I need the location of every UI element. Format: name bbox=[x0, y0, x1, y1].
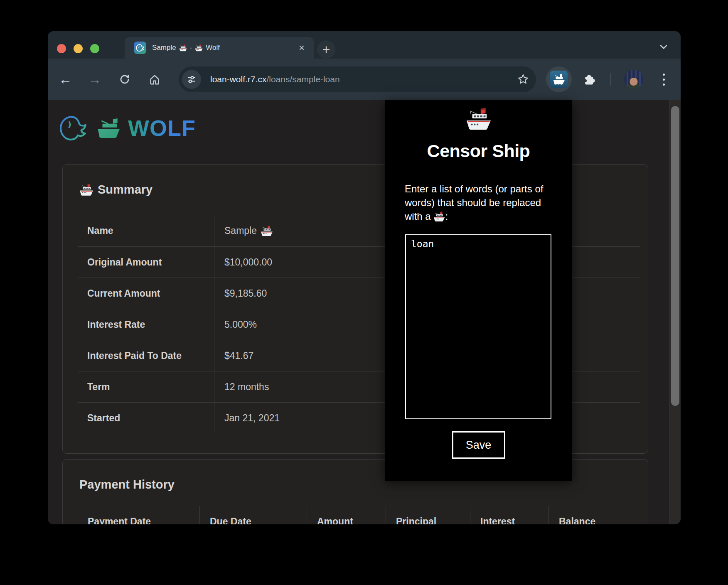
ship-icon bbox=[261, 226, 273, 236]
payment-history-title: Payment History bbox=[79, 478, 175, 492]
ship-icon bbox=[195, 44, 203, 52]
profile-avatar[interactable] bbox=[624, 70, 643, 89]
site-settings-button[interactable] bbox=[182, 70, 201, 89]
row-value: Jan 21, 2021 bbox=[214, 413, 280, 424]
screenshot-canvas: Sample - Wolf × + ← → bbox=[0, 0, 728, 585]
bookmark-star-icon[interactable] bbox=[517, 73, 529, 86]
row-label: Original Amount bbox=[78, 247, 214, 278]
url-bar[interactable]: loan-wolf.r7.cx/loans/sample-loan bbox=[179, 66, 536, 92]
column-header: Due Date bbox=[199, 506, 307, 524]
censor-words-textarea[interactable]: loan bbox=[405, 234, 551, 419]
row-label: Interest Rate bbox=[78, 309, 214, 340]
row-value: $9,185.60 bbox=[214, 288, 267, 299]
new-tab-button[interactable]: + bbox=[317, 40, 335, 59]
tab-title-separator: - bbox=[190, 44, 192, 52]
url-path: /loans/sample-loan bbox=[266, 74, 339, 84]
row-label: Interest Paid To Date bbox=[78, 340, 214, 371]
url-text[interactable]: loan-wolf.r7.cx/loans/sample-loan bbox=[210, 74, 340, 84]
column-header: Payment Date bbox=[78, 506, 199, 524]
ship-icon bbox=[466, 108, 492, 131]
tab-strip: Sample - Wolf × + bbox=[48, 31, 681, 59]
page-scrollbar bbox=[669, 100, 681, 524]
row-value: Sample bbox=[214, 225, 273, 236]
home-button[interactable] bbox=[148, 73, 161, 86]
censor-ship-popup: Censor Ship Enter a list of words (or pa… bbox=[385, 100, 572, 481]
macos-close-button[interactable] bbox=[57, 44, 66, 53]
brand-title: WOLF bbox=[128, 115, 196, 141]
ship-logo-icon bbox=[96, 118, 121, 139]
column-header: Principal bbox=[386, 506, 470, 524]
summary-title: Summary bbox=[79, 183, 152, 197]
censor-ship-extension-button[interactable] bbox=[550, 71, 568, 88]
ship-extension-icon bbox=[553, 74, 565, 85]
popup-description-text: Enter a list of words (or parts of words… bbox=[405, 183, 543, 222]
row-label: Started bbox=[78, 403, 214, 433]
browser-tab[interactable]: Sample - Wolf × bbox=[125, 37, 314, 59]
column-header: Interest bbox=[470, 506, 548, 524]
extensions-puzzle-icon[interactable] bbox=[583, 73, 595, 86]
tab-favicon-wolf-icon bbox=[134, 42, 146, 54]
summary-title-text: Summary bbox=[98, 183, 152, 197]
tab-title-text2: Wolf bbox=[206, 44, 220, 52]
column-header: Balance bbox=[548, 506, 640, 524]
forward-button[interactable]: → bbox=[88, 73, 101, 86]
page-content: WOLF Summary Name Sample bbox=[48, 100, 681, 524]
macos-minimize-button[interactable] bbox=[74, 44, 83, 53]
ship-icon bbox=[433, 211, 445, 222]
row-value: $41.67 bbox=[214, 350, 253, 361]
toolbar-separator bbox=[610, 73, 611, 86]
popup-description: Enter a list of words (or parts of words… bbox=[405, 182, 555, 223]
site-header: WOLF bbox=[57, 114, 196, 142]
wolf-logo-icon bbox=[57, 114, 89, 142]
row-value: $10,000.00 bbox=[214, 257, 272, 268]
macos-zoom-button[interactable] bbox=[90, 44, 99, 53]
tune-icon bbox=[187, 74, 197, 84]
row-label: Name bbox=[78, 215, 214, 246]
row-value: 12 months bbox=[214, 381, 269, 393]
row-value-text: Sample bbox=[224, 225, 257, 236]
popup-description-colon: : bbox=[445, 211, 448, 222]
reload-button[interactable] bbox=[118, 73, 131, 86]
payment-history-header-row: Payment Date Due Date Amount Principal I… bbox=[78, 506, 640, 524]
ship-icon bbox=[79, 184, 93, 196]
wolf-icon bbox=[135, 44, 145, 52]
url-host: loan-wolf.r7.cx bbox=[210, 74, 266, 84]
row-label: Term bbox=[78, 371, 214, 402]
tab-title-text: Sample bbox=[152, 44, 176, 52]
tab-title: Sample - Wolf bbox=[152, 44, 220, 52]
payment-history-title-text: Payment History bbox=[79, 478, 175, 492]
tab-close-icon[interactable]: × bbox=[299, 43, 305, 53]
row-label: Current Amount bbox=[78, 278, 214, 309]
popup-title: Censor Ship bbox=[385, 141, 572, 161]
browser-window: Sample - Wolf × + ← → bbox=[48, 31, 681, 524]
column-header: Amount bbox=[307, 506, 386, 524]
save-button[interactable]: Save bbox=[452, 431, 505, 459]
scrollbar-thumb[interactable] bbox=[671, 106, 679, 406]
row-value: 5.000% bbox=[214, 319, 257, 330]
browser-toolbar: ← → bbox=[48, 59, 681, 100]
browser-menu-button[interactable] bbox=[659, 70, 669, 89]
tab-search-chevron-icon[interactable] bbox=[659, 44, 668, 50]
ship-icon bbox=[179, 44, 187, 52]
back-button[interactable]: ← bbox=[59, 73, 72, 86]
